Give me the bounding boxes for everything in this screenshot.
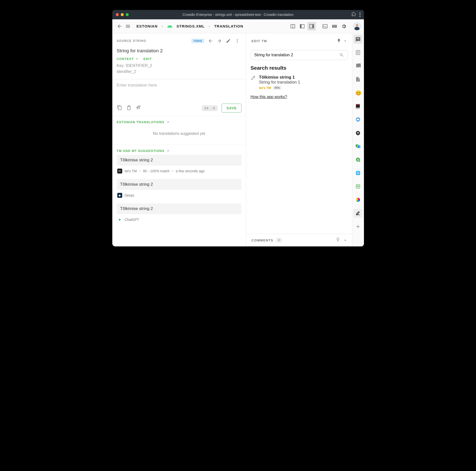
text-tool-icon[interactable] — [136, 105, 141, 111]
breadcrumb: ESTONIAN › STRINGS.XML › TRANSLATION — [137, 24, 243, 29]
gear-icon[interactable] — [340, 22, 348, 30]
panel-menu-icon[interactable]: ▼ — [344, 40, 347, 42]
breadcrumb-file[interactable]: STRINGS.XML — [177, 24, 205, 28]
edit-result-icon[interactable] — [251, 75, 256, 80]
svg-point-33 — [357, 173, 359, 174]
rail-translate-icon[interactable]: 文A — [354, 142, 362, 151]
rail-preview-icon[interactable] — [354, 169, 362, 177]
svg-rect-11 — [333, 26, 335, 27]
breadcrumb-language[interactable]: ESTONIAN — [137, 24, 158, 28]
svg-rect-5 — [332, 25, 336, 28]
save-button[interactable]: SAVE — [222, 104, 241, 113]
layout-2-icon[interactable] — [298, 22, 306, 30]
svg-point-16 — [237, 42, 238, 43]
keyboard-icon[interactable] — [330, 22, 339, 30]
comments-menu-icon[interactable]: ▼ — [344, 239, 347, 242]
suggestion-meta: ◆ DeepL — [117, 192, 241, 201]
rail-sign-icon[interactable] — [354, 209, 362, 218]
search-input[interactable] — [254, 53, 339, 57]
svg-rect-18 — [357, 39, 359, 39]
svg-rect-7 — [333, 25, 334, 26]
close-icon[interactable] — [116, 13, 119, 16]
edit-source-icon[interactable] — [224, 37, 233, 45]
char-count-badge: 24 · 0 — [202, 105, 218, 111]
chevron-right-icon: › — [162, 24, 163, 29]
layout-3-icon[interactable] — [307, 22, 316, 30]
suggestion-item[interactable]: Tõlkimise string 2 — [117, 203, 241, 214]
side-panel: EDIT TM ▼ Search results Tõlkimise strin… — [246, 33, 352, 246]
svg-point-30 — [358, 160, 360, 162]
rail-context-icon[interactable] — [354, 48, 362, 57]
copy-source-icon[interactable] — [117, 105, 122, 111]
context-button[interactable]: CONTEXT▼ — [117, 57, 139, 61]
search-icon[interactable] — [339, 53, 344, 57]
rail-add-icon[interactable] — [354, 222, 362, 231]
traffic-lights[interactable] — [116, 13, 129, 16]
deepl-icon: ◆ — [117, 193, 122, 198]
layout-switcher — [289, 22, 316, 30]
main-panel: SOURCE STRING TODO String for translatio… — [112, 33, 246, 246]
est-translations-section[interactable]: ESTONIAN TRANSLATIONS▼ — [117, 120, 241, 124]
how-app-works-link[interactable]: How this app works? — [249, 91, 289, 103]
rail-cloud-icon[interactable] — [354, 115, 362, 124]
suggestions-section[interactable]: TM AND MT SUGGESTIONS▼ — [117, 149, 241, 153]
suggestion-item[interactable]: Tõlkimise string 2 — [117, 179, 241, 190]
maximize-icon[interactable] — [126, 13, 129, 16]
svg-text:i: i — [359, 80, 359, 81]
edit-button[interactable]: EDIT — [144, 57, 152, 61]
tm-icon: ⟳ — [117, 169, 122, 174]
rail-emoji-icon[interactable]: 😊 — [354, 88, 362, 97]
layout-1-icon[interactable] — [289, 22, 297, 30]
extension-icon[interactable] — [352, 12, 356, 17]
source-string-title: SOURCE STRING — [117, 39, 147, 43]
rail-book-icon[interactable] — [354, 102, 362, 111]
svg-rect-6 — [332, 25, 333, 26]
empty-translations-msg: No translations suggested yet — [117, 124, 241, 141]
svg-rect-1 — [300, 24, 301, 28]
rail-qa-icon[interactable]: A — [354, 155, 362, 164]
avatar[interactable] — [353, 22, 361, 30]
window-title: Crowdin Enterprise - strings.xml - sprea… — [112, 13, 364, 17]
rail-gear-icon[interactable] — [354, 128, 362, 137]
breadcrumb-mode[interactable]: TRANSLATION — [214, 24, 243, 28]
svg-rect-17 — [357, 38, 359, 38]
svg-rect-8 — [334, 25, 334, 26]
titlebar: Crowdin Enterprise - strings.xml - sprea… — [112, 10, 364, 19]
chevron-right-icon: › — [209, 24, 210, 29]
rail-glossary-icon[interactable] — [354, 61, 362, 70]
svg-rect-9 — [334, 25, 335, 26]
minimize-icon[interactable] — [121, 13, 124, 16]
search-result[interactable]: Tõlkimise string 1 String for translatio… — [249, 73, 350, 91]
menu-icon[interactable] — [124, 22, 132, 30]
comments-footer: COMMENTS 0 ▼ — [246, 234, 352, 246]
pin-comments-icon[interactable] — [336, 237, 340, 243]
clear-icon[interactable] — [126, 105, 132, 111]
comments-count: 0 — [276, 238, 282, 242]
svg-rect-22 — [356, 104, 360, 105]
result-title: Tõlkimise string 1 — [259, 75, 300, 80]
app-window: Crowdin Enterprise - strings.xml - sprea… — [112, 10, 364, 246]
rail-file-info-icon[interactable]: i — [354, 75, 362, 84]
translation-input[interactable] — [117, 83, 241, 100]
chatgpt-icon: ✦ — [117, 217, 122, 222]
more-icon[interactable] — [233, 37, 241, 45]
result-tm-name: tet's TM — [259, 86, 271, 90]
comments-label: COMMENTS — [252, 238, 273, 242]
svg-point-13 — [356, 24, 358, 27]
back-icon[interactable] — [115, 22, 124, 30]
rail-comments-icon[interactable] — [354, 35, 362, 44]
rail-color-icon[interactable] — [354, 195, 362, 204]
tm-search-box[interactable] — [251, 50, 348, 60]
suggestion-item[interactable]: Tõlkimise string 2 — [117, 155, 241, 166]
rail-ai-icon[interactable] — [354, 182, 362, 191]
prev-string-icon[interactable] — [206, 37, 215, 45]
svg-text:文: 文 — [357, 145, 358, 147]
browser-menu-icon[interactable] — [359, 12, 360, 17]
panel-title: EDIT TM — [252, 39, 267, 43]
pin-icon[interactable] — [335, 37, 343, 45]
right-rail: i 😊 文A A — [352, 33, 364, 246]
todo-badge: TODO — [191, 39, 204, 43]
next-string-icon[interactable] — [215, 37, 224, 45]
svg-rect-4 — [323, 24, 327, 28]
terminal-icon[interactable] — [321, 22, 329, 30]
